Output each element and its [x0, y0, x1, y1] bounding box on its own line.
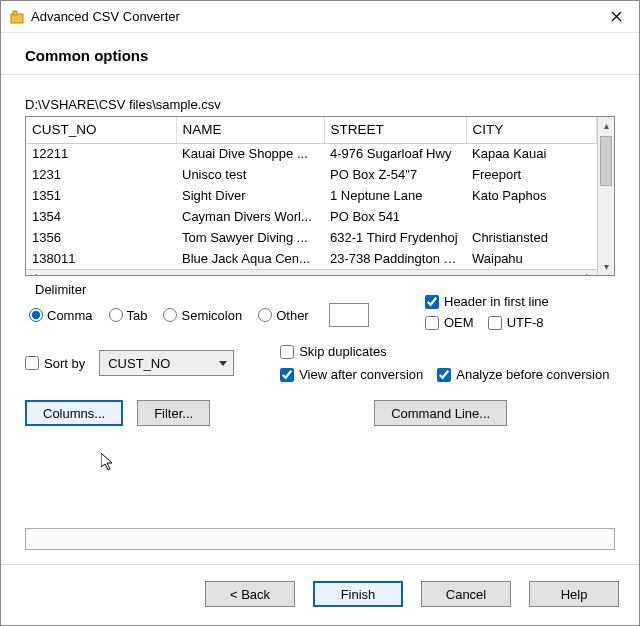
columns-button[interactable]: Columns...	[25, 400, 123, 426]
finish-button[interactable]: Finish	[313, 581, 403, 607]
delimiter-tab-radio[interactable]: Tab	[109, 308, 148, 323]
back-button[interactable]: < Back	[205, 581, 295, 607]
view-after-checkbox[interactable]: View after conversion	[280, 367, 423, 382]
preview-grid[interactable]: CUST_NO NAME STREET CITY 12211 Kauai Div…	[25, 116, 615, 276]
sort-field-select[interactable]: CUST_NO	[99, 350, 234, 376]
close-icon	[611, 11, 622, 22]
page-title: Common options	[1, 33, 639, 75]
svg-rect-1	[13, 11, 17, 15]
col-header[interactable]: CUST_NO	[26, 117, 176, 143]
horizontal-scrollbar[interactable]: ◂ ▸	[26, 269, 597, 275]
header-first-line-checkbox[interactable]: Header in first line	[425, 294, 615, 309]
skip-duplicates-checkbox[interactable]: Skip duplicates	[280, 344, 609, 359]
app-icon	[9, 9, 25, 25]
analyze-before-checkbox[interactable]: Analyze before conversion	[437, 367, 609, 382]
table-row[interactable]: 1351Sight Diver1 Neptune LaneKato Paphos	[26, 185, 597, 206]
delimiter-other-input[interactable]	[329, 303, 369, 327]
delimiter-semicolon-radio[interactable]: Semicolon	[163, 308, 242, 323]
table-row[interactable]: 12211 Kauai Dive Shoppe ...4-976 Sugarlo…	[26, 143, 597, 164]
col-header[interactable]: STREET	[324, 117, 466, 143]
oem-checkbox[interactable]: OEM	[425, 315, 474, 330]
filter-button[interactable]: Filter...	[137, 400, 210, 426]
delimiter-comma-radio[interactable]: Comma	[29, 308, 93, 323]
table-row[interactable]: 1354Cayman Divers Worl...PO Box 541	[26, 206, 597, 227]
source-filepath: D:\VSHARE\CSV files\sample.csv	[25, 97, 615, 112]
col-header[interactable]: NAME	[176, 117, 324, 143]
vertical-scrollbar[interactable]: ▴ ▾	[597, 117, 614, 275]
table-row[interactable]: 1356Tom Sawyer Diving ...632-1 Third Fry…	[26, 227, 597, 248]
table-row[interactable]: 138011Blue Jack Aqua Cen...23-738 Paddin…	[26, 248, 597, 269]
progress-bar	[25, 528, 615, 550]
col-header[interactable]: CITY	[466, 117, 597, 143]
delimiter-label: Delimiter	[35, 282, 425, 297]
delimiter-other-radio[interactable]: Other	[258, 308, 309, 323]
help-button[interactable]: Help	[529, 581, 619, 607]
utf8-checkbox[interactable]: UTF-8	[488, 315, 544, 330]
sort-by-checkbox[interactable]: Sort by	[25, 356, 85, 371]
window-title: Advanced CSV Converter	[31, 9, 593, 24]
table-row[interactable]: 1231Unisco testPO Box Z-54''7Freeport	[26, 164, 597, 185]
command-line-button[interactable]: Command Line...	[374, 400, 507, 426]
close-button[interactable]	[593, 1, 639, 33]
cancel-button[interactable]: Cancel	[421, 581, 511, 607]
